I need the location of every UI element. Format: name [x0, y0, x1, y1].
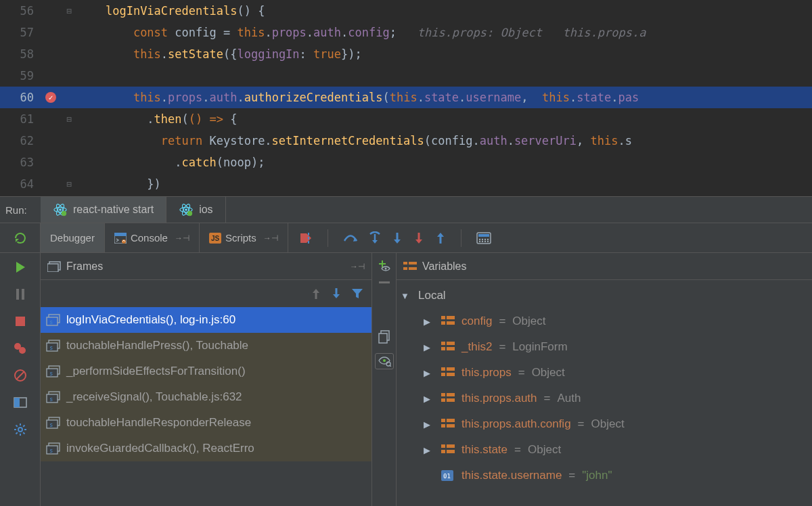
- variable-type-icon: [441, 393, 455, 404]
- remove-watch-icon[interactable]: [379, 281, 390, 284]
- line-number[interactable]: 56: [0, 4, 41, 18]
- expand-icon[interactable]: ▶: [424, 368, 434, 378]
- evaluate-expression-icon[interactable]: [476, 232, 491, 244]
- expand-icon[interactable]: ▶: [424, 394, 434, 404]
- watches-view-icon[interactable]: [375, 353, 394, 369]
- force-step-into-icon[interactable]: [392, 231, 403, 245]
- frame-label: _receiveSignal(), Touchable.js:632: [66, 390, 242, 404]
- layout-settings-button[interactable]: [12, 394, 29, 411]
- stop-button[interactable]: [12, 313, 29, 330]
- svg-rect-84: [409, 267, 417, 270]
- settings-gear-button[interactable]: [12, 421, 29, 438]
- variable-row[interactable]: ▶ this.props.auth = Auth: [397, 386, 812, 411]
- pin-icon[interactable]: →⊣: [350, 262, 365, 271]
- code-text[interactable]: .catch(noop);: [78, 156, 812, 169]
- code-editor[interactable]: 56 ⊟ logInViaCredentials() {57 const con…: [0, 0, 812, 196]
- variable-row[interactable]: ▶ config = Object: [397, 308, 812, 334]
- code-text[interactable]: .then(() => {: [78, 112, 812, 126]
- editor-line[interactable]: 61 ⊟ .then(() => {: [0, 108, 812, 130]
- editor-line[interactable]: 63 .catch(noop);: [0, 152, 812, 173]
- fold-toggle[interactable]: ⊟: [61, 114, 78, 124]
- frame-item[interactable]: s_performSideEffectsForTransition(): [41, 359, 371, 384]
- breakpoint-icon[interactable]: ✓: [45, 92, 56, 103]
- show-execution-point-icon[interactable]: [299, 232, 313, 244]
- next-frame-icon[interactable]: [331, 288, 342, 300]
- expand-icon[interactable]: ▶: [424, 317, 434, 327]
- svg-rect-77: [379, 334, 387, 343]
- editor-line[interactable]: 60 ✓ this.props.auth.authorizeCredential…: [0, 87, 812, 108]
- svg-rect-40: [14, 398, 20, 407]
- debug-tab[interactable]: Console→⊣: [105, 223, 200, 252]
- line-number[interactable]: 64: [0, 177, 41, 191]
- frame-item[interactable]: s_receiveSignal(), Touchable.js:632: [41, 384, 371, 410]
- line-number[interactable]: 63: [0, 156, 41, 169]
- variable-row[interactable]: ▶ this.state = Object: [397, 437, 812, 463]
- editor-line[interactable]: 62 return Keystore.setInternetCredential…: [0, 130, 812, 152]
- frames-list[interactable]: slogInViaCredentials(), log-in.js:60stou…: [41, 307, 371, 506]
- variable-row[interactable]: ▶ this.props = Object: [397, 360, 812, 386]
- frame-item[interactable]: slogInViaCredentials(), log-in.js:60: [41, 307, 371, 333]
- frame-label: touchableHandlePress(), Touchable: [66, 339, 248, 352]
- mute-breakpoints-button[interactable]: [12, 367, 29, 384]
- svg-rect-82: [409, 262, 417, 264]
- expand-icon[interactable]: ▶: [424, 419, 434, 430]
- copy-icon[interactable]: [378, 330, 390, 344]
- frame-item[interactable]: stouchableHandlePress(), Touchable: [41, 333, 371, 359]
- editor-line[interactable]: 58 this.setState({loggingIn: true});: [0, 43, 812, 65]
- filter-icon[interactable]: [351, 288, 363, 299]
- line-number[interactable]: 59: [0, 69, 41, 83]
- equals-sign: =: [544, 392, 551, 405]
- frame-item[interactable]: stouchableHandleResponderRelease: [41, 410, 371, 436]
- step-over-icon[interactable]: [343, 232, 358, 244]
- expand-icon[interactable]: ▶: [424, 445, 434, 455]
- line-number[interactable]: 61: [0, 112, 41, 126]
- variable-row[interactable]: 01 this.state.username = "john": [397, 463, 812, 488]
- run-tab[interactable]: react-native start: [41, 197, 166, 223]
- debug-tab[interactable]: JSScripts→⊣: [200, 223, 288, 252]
- frame-item[interactable]: sinvokeGuardedCallback(), ReactErro: [41, 436, 371, 461]
- fold-toggle[interactable]: ⊟: [61, 179, 78, 189]
- line-number[interactable]: 57: [0, 26, 41, 39]
- svg-rect-33: [22, 289, 24, 300]
- gutter-breakpoint[interactable]: ✓: [41, 92, 61, 103]
- view-breakpoints-button[interactable]: [12, 340, 29, 357]
- editor-line[interactable]: 59: [0, 65, 812, 87]
- line-number[interactable]: 58: [0, 47, 41, 61]
- step-out-icon[interactable]: [413, 231, 424, 245]
- fold-toggle[interactable]: ⊟: [61, 6, 78, 16]
- collapse-icon[interactable]: ▼: [401, 291, 411, 301]
- variables-tree[interactable]: ▼ Local ▶ config = Object▶ _this2 = Logi…: [397, 280, 812, 506]
- code-text[interactable]: }): [78, 177, 812, 191]
- code-text[interactable]: this.setState({loggingIn: true});: [78, 47, 812, 61]
- pin-icon[interactable]: →⊣: [175, 233, 189, 243]
- svg-rect-106: [447, 444, 455, 448]
- code-text[interactable]: const config = this.props.auth.config; t…: [78, 26, 812, 39]
- pause-button[interactable]: [12, 285, 29, 303]
- code-text[interactable]: return Keystore.setInternetCredentials(c…: [78, 134, 812, 147]
- equals-sign: =: [578, 417, 585, 431]
- expand-icon[interactable]: ▶: [424, 342, 434, 352]
- editor-line[interactable]: 64 ⊟ }): [0, 173, 812, 195]
- variable-name: this.props.auth.config: [461, 417, 571, 431]
- debug-tab[interactable]: Debugger: [41, 223, 105, 252]
- restore-layout-icon[interactable]: [47, 261, 61, 272]
- variable-row[interactable]: ▶ this.props.auth.config = Object: [397, 411, 812, 437]
- resume-button[interactable]: [12, 258, 29, 276]
- code-text[interactable]: this.props.auth.authorizeCredentials(thi…: [78, 91, 812, 104]
- new-watch-icon[interactable]: [378, 260, 391, 272]
- line-number[interactable]: 60: [0, 91, 41, 104]
- rerun-button[interactable]: [0, 223, 41, 252]
- variable-row[interactable]: ▶ _this2 = LoginForm: [397, 334, 812, 360]
- code-text[interactable]: logInViaCredentials() {: [78, 4, 812, 18]
- editor-line[interactable]: 56 ⊟ logInViaCredentials() {: [0, 0, 812, 22]
- pin-icon[interactable]: →⊣: [263, 233, 278, 243]
- debug-side-toolbar: [0, 253, 41, 506]
- line-number[interactable]: 62: [0, 134, 41, 147]
- step-into-icon[interactable]: [369, 231, 381, 245]
- editor-line[interactable]: 57 const config = this.props.auth.config…: [0, 22, 812, 43]
- run-tab[interactable]: ios: [166, 197, 225, 223]
- svg-rect-88: [447, 321, 455, 325]
- frame-icon: s: [46, 391, 61, 403]
- run-to-cursor-icon[interactable]: [435, 231, 446, 245]
- prev-frame-icon[interactable]: [311, 288, 321, 300]
